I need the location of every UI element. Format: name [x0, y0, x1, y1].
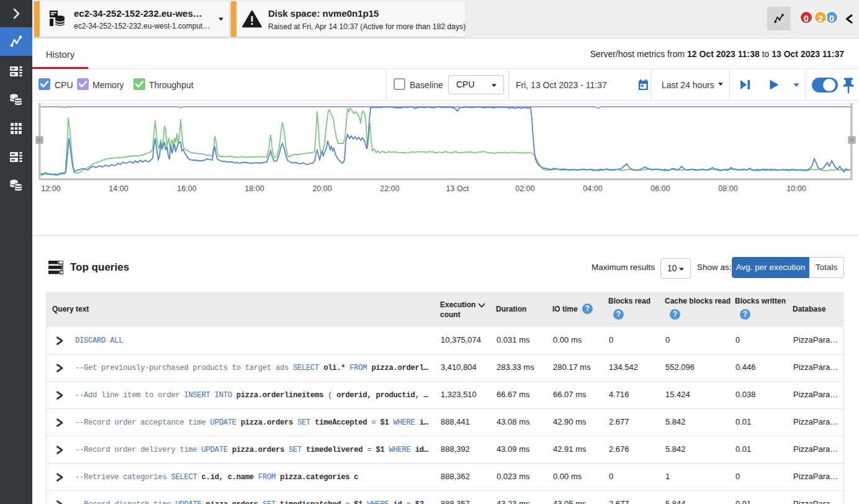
svg-text:08:00: 08:00 — [718, 184, 737, 193]
svg-text:20:00: 20:00 — [312, 184, 331, 193]
svg-text:13 Oct: 13 Oct — [446, 184, 469, 193]
svg-text:04:00: 04:00 — [583, 184, 602, 193]
svg-text:22:00: 22:00 — [380, 184, 399, 193]
svg-text:14:00: 14:00 — [109, 184, 128, 193]
svg-text:16:00: 16:00 — [177, 184, 196, 193]
svg-text:12:00: 12:00 — [41, 184, 60, 193]
svg-text:06:00: 06:00 — [650, 184, 670, 193]
svg-text:02:00: 02:00 — [515, 184, 534, 193]
svg-text:18:00: 18:00 — [245, 184, 264, 193]
svg-text:10:00: 10:00 — [786, 184, 806, 193]
